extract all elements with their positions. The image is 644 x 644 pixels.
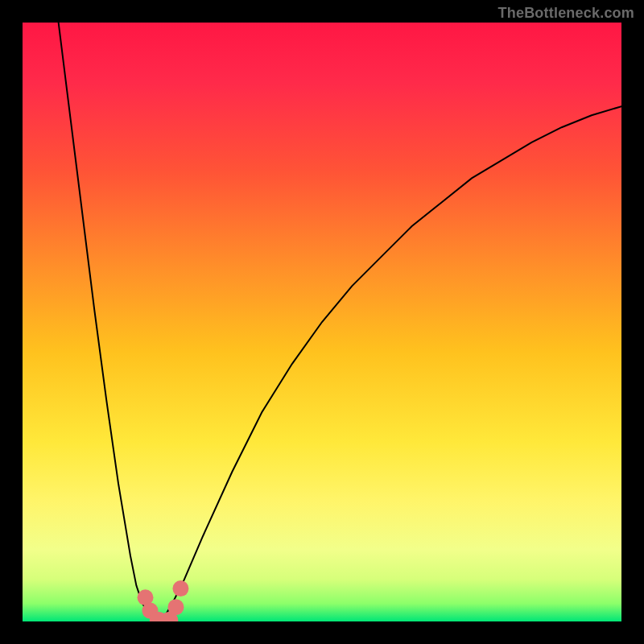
watermark-text: TheBottleneck.com <box>498 5 634 22</box>
curves-layer <box>23 23 621 621</box>
chart-frame: TheBottleneck.com <box>0 0 644 644</box>
markers-group <box>138 580 189 621</box>
data-marker <box>172 580 188 597</box>
plot-area <box>23 23 621 621</box>
data-marker <box>167 599 184 615</box>
curve-right-branch <box>160 106 621 621</box>
curve-left-branch <box>59 23 160 621</box>
